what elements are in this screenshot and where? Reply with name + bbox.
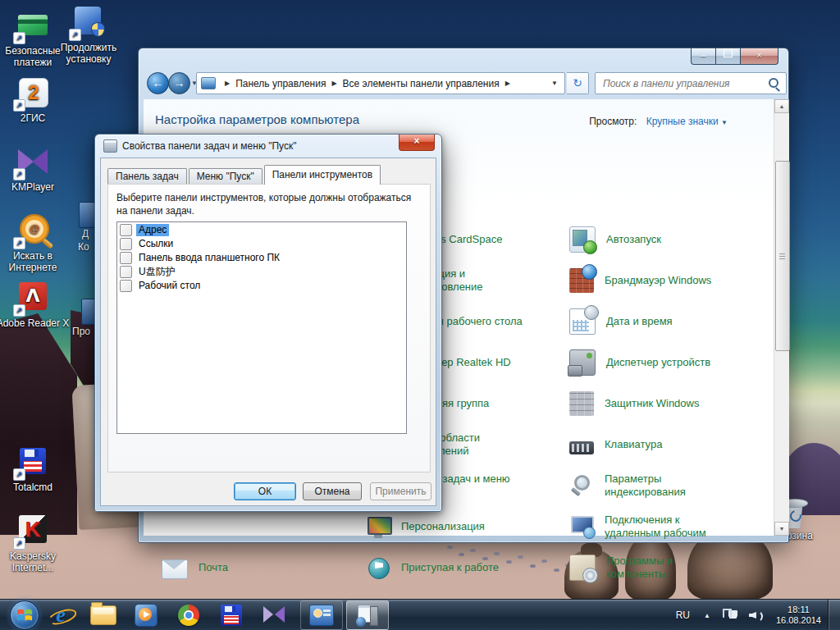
checkbox[interactable] <box>120 266 132 278</box>
taskbar-item-chrome[interactable] <box>167 600 210 630</box>
control-panel-item[interactable]: Диспетчер устройств <box>569 342 747 383</box>
search-input[interactable] <box>601 77 768 90</box>
minimize-button[interactable]: – <box>691 48 716 65</box>
scrollbar[interactable]: ▲ ▼ <box>774 99 789 536</box>
tab-toolbars[interactable]: Панели инструментов <box>264 165 381 185</box>
close-button[interactable]: × <box>740 48 778 65</box>
desktop: ↗ Безопасные платежи ↗ Продолжить устано… <box>0 0 840 630</box>
desktop-icon-totalcmd[interactable]: ↗ Totalcmd <box>0 445 71 493</box>
covered-desktop-icon[interactable] <box>79 202 95 228</box>
control-panel-item-mail[interactable]: Почта <box>162 547 228 588</box>
language-indicator[interactable]: RU <box>669 609 697 621</box>
windows-flag-icon <box>16 607 33 623</box>
forward-button[interactable]: → <box>168 72 190 94</box>
start-button[interactable] <box>10 600 39 630</box>
taskbar-item-media-player[interactable] <box>125 600 167 630</box>
covered-icon-label-fragment: Про <box>72 326 90 337</box>
volume-icon[interactable] <box>749 609 764 622</box>
view-selector[interactable]: Просмотр: Крупные значки ▼ <box>589 116 728 127</box>
desktop-icon-continue-setup[interactable]: ↗ Продолжить установку <box>51 5 126 65</box>
shortcut-arrow-icon: ↗ <box>69 29 81 41</box>
control-panel-item[interactable]: Подключения кудаленным рабочим <box>569 506 746 547</box>
shortcut-arrow-icon: ↗ <box>13 537 25 550</box>
scrollbar-thumb[interactable] <box>775 161 790 351</box>
dialog-description: Выберите панели инструментов, которые до… <box>116 191 422 217</box>
breadcrumb-chevron-icon[interactable]: ▶ <box>219 80 235 87</box>
back-button[interactable]: ← <box>147 72 169 94</box>
toolbars-listbox[interactable]: Адрес Ссылки Панель ввода планшетного ПК… <box>116 221 407 434</box>
taskbar-item-control-panel[interactable] <box>300 600 343 630</box>
control-panel-item[interactable]: Клавиатура <box>569 424 746 465</box>
control-panel-item[interactable]: Персонализация <box>366 506 549 547</box>
address-bar[interactable]: ▶ Панель управления ▶ Все элементы панел… <box>196 72 565 94</box>
checkbox[interactable] <box>120 238 132 250</box>
firewall-icon <box>569 268 594 293</box>
kaspersky-icon: K↗ <box>15 514 51 548</box>
control-panel-item[interactable]: Брандмауэр Windows <box>569 260 746 301</box>
media-player-icon <box>135 604 158 627</box>
checkbox[interactable] <box>120 280 132 292</box>
keyboard-icon <box>569 441 594 454</box>
desktop-icon-label: KMPlayer <box>0 181 71 193</box>
checkbox[interactable] <box>120 252 132 264</box>
search-icon[interactable] <box>768 77 781 90</box>
continue-setup-icon: ↗ <box>71 5 107 39</box>
list-item[interactable]: U盘防护 <box>120 265 406 278</box>
apply-button[interactable]: Применить <box>370 482 431 500</box>
taskbar-item-taskbar-properties[interactable] <box>346 600 389 630</box>
hidden-icons-chevron-icon[interactable]: ▲ <box>697 612 717 619</box>
list-item[interactable]: Адрес <box>120 223 406 236</box>
dialog-buttons: ОК Отмена Применить <box>101 482 437 502</box>
control-panel-item[interactable]: Защитник Windows <box>569 383 746 424</box>
control-panel-item[interactable]: Приступая к работе <box>366 547 549 588</box>
dialog-close-button[interactable]: × <box>399 135 435 151</box>
checkbox[interactable] <box>120 224 132 236</box>
taskbar-item-kmplayer[interactable] <box>253 600 295 630</box>
getting-started-icon <box>366 555 390 580</box>
covered-icon-label-fragment: Д <box>82 228 89 240</box>
desktop-icon-2gis[interactable]: 2↗ 2ГИС <box>0 75 71 124</box>
search-box[interactable] <box>595 72 787 94</box>
list-item[interactable]: Рабочий стол <box>120 279 406 292</box>
desktop-icon-kmplayer[interactable]: ↗ KMPlayer <box>0 144 71 193</box>
view-value-link[interactable]: Крупные значки ▼ <box>646 116 728 127</box>
scroll-down-button[interactable]: ▼ <box>774 522 789 536</box>
control-panel-item[interactable]: Автозапуск <box>569 219 747 260</box>
taskbar-item-total-commander[interactable] <box>210 600 253 630</box>
dialog-titlebar: Свойства панели задач и меню "Пуск" <box>103 139 297 153</box>
taskbar: e RU ▲ 18:11 16.08.2014 <box>0 599 840 630</box>
indexing-icon <box>569 473 594 498</box>
clock[interactable]: 18:11 16.08.2014 <box>769 605 828 626</box>
maximize-button[interactable] <box>715 48 741 65</box>
taskbar-item-explorer[interactable] <box>82 600 125 630</box>
desktop-icon-label: Продолжить установку <box>51 42 126 65</box>
tab-start-menu[interactable]: Меню "Пуск" <box>189 168 262 185</box>
desktop-icon-adobe-reader[interactable]: Λ↗ Adobe Reader X <box>0 281 71 329</box>
dialog-title: Свойства панели задач и меню "Пуск" <box>122 140 297 152</box>
address-dropdown-icon[interactable]: ▼ <box>545 80 564 87</box>
desktop-icon-kaspersky[interactable]: K↗ Kaspersky Internet... <box>0 514 71 573</box>
taskbar-item-internet-explorer[interactable]: e <box>39 600 82 630</box>
scroll-up-button[interactable]: ▲ <box>774 99 789 113</box>
show-desktop-button[interactable] <box>828 600 840 630</box>
page-title: Настройка параметров компьютера <box>155 112 359 126</box>
view-label: Просмотр: <box>589 116 637 127</box>
clock-time: 18:11 <box>776 605 821 615</box>
desktop-icon-label: Kaspersky Internet... <box>0 550 71 573</box>
cancel-button[interactable]: Отмена <box>303 482 362 500</box>
control-panel-item[interactable]: Параметрыиндексирования <box>569 465 746 506</box>
desktop-icon-label: 2ГИС <box>0 112 71 124</box>
desktop-icon-web-search[interactable]: @↗ Искать в Интернете <box>0 213 71 273</box>
network-icon[interactable] <box>723 609 737 622</box>
tab-taskbar[interactable]: Панель задач <box>107 168 187 185</box>
list-item[interactable]: Ссылки <box>120 237 406 250</box>
control-panel-item[interactable]: Дата и время <box>569 301 747 342</box>
list-item[interactable]: Панель ввода планшетного ПК <box>120 251 406 264</box>
ok-button[interactable]: ОК <box>234 482 296 500</box>
breadcrumb-chevron-icon[interactable]: ▶ <box>326 80 342 87</box>
breadcrumb-segment[interactable]: Все элементы панели управления <box>343 78 500 89</box>
control-panel-item[interactable]: Программы икомпоненты <box>569 547 747 588</box>
refresh-button[interactable]: ↻ <box>567 72 589 94</box>
breadcrumb-chevron-icon[interactable]: ▶ <box>500 80 516 87</box>
breadcrumb-segment[interactable]: Панель управления <box>235 78 326 89</box>
